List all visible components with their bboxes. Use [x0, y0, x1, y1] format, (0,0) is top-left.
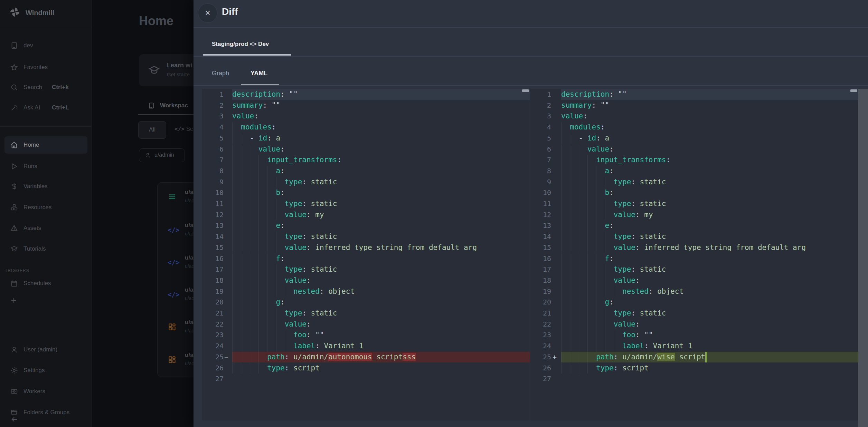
- indent-guide: [241, 319, 241, 330]
- modal-scrollbar[interactable]: [858, 89, 868, 427]
- sidebar-item-tutorials[interactable]: Tutorials: [0, 244, 92, 254]
- indent-guide: [232, 144, 233, 155]
- close-icon: ×: [205, 8, 210, 18]
- filter-all-button[interactable]: All: [138, 121, 166, 139]
- indent-guide: [250, 187, 250, 198]
- code-line: type: static: [232, 264, 530, 275]
- sidebar-item-label: Ask AI: [23, 104, 40, 111]
- indent-guide: [241, 177, 241, 188]
- editor-scrollbar[interactable]: [522, 89, 529, 92]
- editor-scrollbar[interactable]: [850, 89, 857, 92]
- sidebar-item-dev[interactable]: dev: [0, 41, 92, 51]
- indent-guide: [267, 242, 267, 253]
- line-number: 12: [530, 210, 551, 221]
- indent-guide: [570, 177, 570, 188]
- indent-guide: [232, 198, 233, 210]
- indent-guide: [605, 242, 605, 253]
- collapse-sidebar-button[interactable]: [10, 415, 19, 424]
- indent-guide: [267, 286, 267, 297]
- inserted-line-sign: +: [553, 352, 557, 363]
- indent-guide: [258, 155, 259, 166]
- sidebar-item-ask-ai[interactable]: Ask AICtrl+L: [0, 103, 92, 113]
- line-number: 2: [530, 100, 551, 111]
- line-number: 16: [530, 253, 551, 264]
- sidebar-item-workers[interactable]: Workers: [0, 387, 92, 397]
- indent-guide: [250, 144, 250, 155]
- indent-guide: [276, 275, 276, 286]
- diff-editor-modified[interactable]: 1234567891011121314151617181920212223242…: [530, 89, 858, 420]
- tab-staging-prod-dev[interactable]: Staging/prod <> Dev: [212, 41, 269, 48]
- filter-scripts-button[interactable]: </> Sc: [174, 126, 193, 134]
- indent-guide: [232, 352, 233, 363]
- close-button[interactable]: ×: [198, 3, 217, 23]
- indent-guide: [570, 308, 570, 319]
- sidebar: Windmill TRIGGERS devFavoritesSearchCtrl…: [0, 0, 92, 427]
- code-line: type: static: [561, 177, 858, 188]
- indent-guide: [285, 330, 285, 341]
- indent-guide: [258, 166, 259, 177]
- sidebar-item-favorites[interactable]: Favorites: [0, 62, 92, 73]
- indent-guide: [570, 297, 570, 308]
- line-number: 7: [202, 155, 224, 166]
- tab-graph[interactable]: Graph: [212, 70, 229, 77]
- diff-editor-original[interactable]: 1234567891011121314151617181920212223242…: [202, 89, 530, 420]
- code-line: type: static: [561, 264, 858, 275]
- star-icon: [10, 64, 18, 71]
- owner-filter-chip[interactable]: u/admin: [139, 148, 185, 162]
- indent-guide: [570, 231, 570, 242]
- code-line: value:: [232, 319, 530, 330]
- sidebar-item-variables[interactable]: Variables: [0, 182, 92, 192]
- sidebar-item-runs[interactable]: Runs: [0, 162, 92, 172]
- line-number: 11: [530, 198, 551, 210]
- line-number: 1: [202, 89, 224, 100]
- code-line: summary: "": [232, 100, 530, 111]
- app-grid-icon: [168, 355, 177, 364]
- sidebar-item-label: Resources: [23, 204, 51, 211]
- indent-guide: [276, 308, 276, 319]
- indent-guide: [250, 264, 250, 275]
- indent-guide: [561, 198, 562, 210]
- divider: [0, 126, 92, 127]
- indent-guide: [250, 177, 250, 188]
- indent-guide: [596, 264, 596, 275]
- indent-guide: [561, 177, 562, 188]
- line-number: 19: [530, 286, 551, 297]
- line-number: 12: [202, 210, 224, 221]
- app-title: Windmill: [26, 9, 54, 17]
- indent-guide: [267, 220, 267, 231]
- sidebar-item-assets[interactable]: Assets: [0, 223, 92, 234]
- play-icon: [10, 163, 18, 170]
- indent-guide: [267, 319, 267, 330]
- indent-guide: [276, 242, 276, 253]
- indent-guide: [570, 253, 570, 264]
- sidebar-item-search[interactable]: SearchCtrl+k: [0, 83, 92, 93]
- sidebar-item-label: Folders & Groups: [23, 409, 69, 416]
- add-trigger-button[interactable]: [10, 296, 18, 304]
- indent-guide: [267, 210, 267, 221]
- code-line: value:: [232, 144, 530, 155]
- indent-guide: [570, 220, 570, 231]
- sidebar-item-home[interactable]: Home: [0, 140, 92, 151]
- sidebar-item-resources[interactable]: Resources: [0, 203, 92, 213]
- sidebar-item-user[interactable]: User (admin): [0, 345, 92, 355]
- learn-card-title: Learn wi: [167, 62, 192, 69]
- indent-guide: [285, 286, 285, 297]
- sidebar-item-label: Assets: [23, 225, 41, 232]
- sidebar-item-schedules[interactable]: Schedules: [0, 279, 92, 289]
- indent-guide: [587, 264, 588, 275]
- indent-guide: [579, 253, 579, 264]
- indent-guide: [587, 253, 588, 264]
- indent-guide: [605, 275, 605, 286]
- indent-guide: [241, 308, 241, 319]
- indent-guide: [250, 155, 250, 166]
- indent-guide: [596, 166, 596, 177]
- code-line: input_transforms:: [232, 155, 530, 166]
- line-number: 22: [202, 319, 224, 330]
- indent-guide: [267, 264, 267, 275]
- indent-guide: [579, 155, 579, 166]
- sidebar-item-settings[interactable]: Settings: [0, 366, 92, 376]
- line-number: 15: [202, 242, 224, 253]
- tab-yaml[interactable]: YAML: [251, 70, 267, 77]
- indent-guide: [561, 242, 562, 253]
- indent-guide: [596, 253, 596, 264]
